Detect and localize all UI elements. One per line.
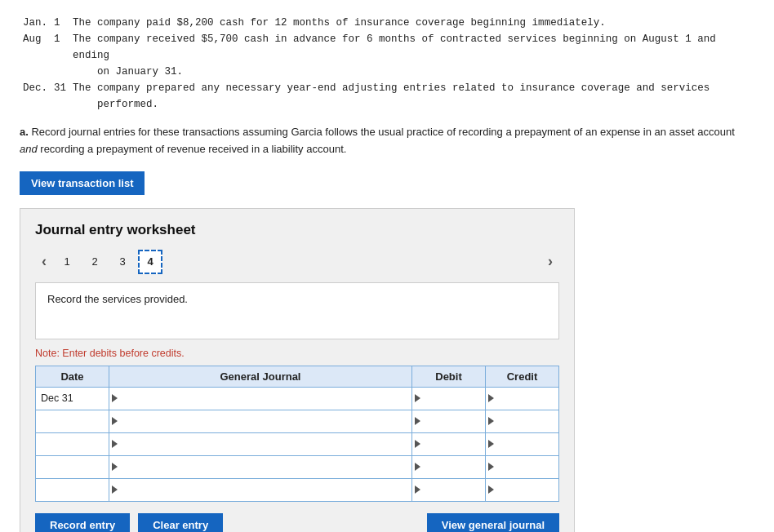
debit-input-2[interactable] xyxy=(412,410,485,432)
gj-input-3[interactable] xyxy=(109,433,411,455)
date-cell-2 xyxy=(36,410,109,432)
gj-input-2[interactable] xyxy=(109,410,411,432)
credit-cell-5[interactable] xyxy=(486,478,559,501)
gj-cell-3[interactable] xyxy=(109,432,412,455)
tab-1-button[interactable]: 1 xyxy=(55,250,79,274)
transaction-day-3: 31 xyxy=(51,80,69,113)
tab-2-button[interactable]: 2 xyxy=(82,250,107,274)
col-header-date: Date xyxy=(36,366,109,387)
gj-cell-1[interactable] xyxy=(109,387,412,410)
debit-cell-2[interactable] xyxy=(412,410,486,432)
table-row xyxy=(36,410,559,432)
gj-cell-5[interactable] xyxy=(109,478,412,501)
clear-entry-button[interactable]: Clear entry xyxy=(138,513,223,532)
worksheet-title: Journal entry worksheet xyxy=(35,222,559,238)
debit-input-5[interactable] xyxy=(412,479,485,501)
debit-input-1[interactable] xyxy=(412,388,485,410)
tab-next-button[interactable]: › xyxy=(541,251,559,272)
table-row xyxy=(36,455,559,478)
credit-cell-1[interactable] xyxy=(486,387,559,410)
date-cell-5 xyxy=(36,478,109,501)
transaction-month-3: Dec. xyxy=(20,80,51,113)
debit-input-4[interactable] xyxy=(412,456,485,478)
gj-input-1[interactable] xyxy=(109,388,411,410)
worksheet-description: Record the services provided. xyxy=(35,282,559,339)
debit-cell-4[interactable] xyxy=(412,455,486,478)
credit-input-1[interactable] xyxy=(486,388,558,410)
col-header-debit: Debit xyxy=(412,366,486,387)
table-row xyxy=(36,478,559,501)
question-text: a. Record journal entries for these tran… xyxy=(20,124,754,158)
debit-cell-1[interactable] xyxy=(412,387,486,410)
tab-3-button[interactable]: 3 xyxy=(110,250,135,274)
record-entry-button[interactable]: Record entry xyxy=(35,513,130,532)
view-general-journal-button[interactable]: View general journal xyxy=(427,513,559,532)
transaction-month-2: Aug xyxy=(20,31,51,80)
credit-cell-4[interactable] xyxy=(486,455,559,478)
credit-cell-2[interactable] xyxy=(486,410,559,432)
gj-cell-2[interactable] xyxy=(109,410,412,432)
transactions-list: Jan. 1 The company paid $8,200 cash for … xyxy=(20,15,754,113)
gj-input-4[interactable] xyxy=(109,456,411,478)
action-buttons: Record entry Clear entry View general jo… xyxy=(35,513,559,532)
debit-cell-3[interactable] xyxy=(412,432,486,455)
tabs-navigation: ‹ 1 2 3 4 › xyxy=(35,250,559,274)
credit-input-2[interactable] xyxy=(486,410,558,432)
credit-input-4[interactable] xyxy=(486,456,558,478)
tab-prev-button[interactable]: ‹ xyxy=(35,251,53,272)
transaction-text-3: The company prepared any necessary year-… xyxy=(69,80,754,113)
worksheet-note: Note: Enter debits before credits. xyxy=(35,348,559,359)
debit-cell-5[interactable] xyxy=(412,478,486,501)
debit-input-3[interactable] xyxy=(412,433,485,455)
gj-cell-4[interactable] xyxy=(109,455,412,478)
col-header-credit: Credit xyxy=(486,366,559,387)
credit-cell-3[interactable] xyxy=(486,432,559,455)
gj-input-5[interactable] xyxy=(109,479,411,501)
transaction-text-1: The company paid $8,200 cash for 12 mont… xyxy=(69,15,754,31)
date-cell-3 xyxy=(36,432,109,455)
journal-table: Date General Journal Debit Credit Dec 31 xyxy=(35,366,559,502)
credit-input-3[interactable] xyxy=(486,433,558,455)
worksheet-container: Journal entry worksheet ‹ 1 2 3 4 › Reco… xyxy=(20,208,575,532)
date-cell-1: Dec 31 xyxy=(36,387,109,410)
col-header-gj: General Journal xyxy=(109,366,412,387)
tab-4-button[interactable]: 4 xyxy=(138,250,162,274)
transaction-day-1: 1 xyxy=(51,15,69,31)
credit-input-5[interactable] xyxy=(486,479,558,501)
transaction-day-2: 1 xyxy=(51,31,69,80)
view-transaction-list-button[interactable]: View transaction list xyxy=(20,171,145,195)
table-row xyxy=(36,432,559,455)
transaction-text-2: The company received $5,700 cash in adva… xyxy=(69,31,754,80)
transaction-month-1: Jan. xyxy=(20,15,51,31)
date-cell-4 xyxy=(36,455,109,478)
question-label: a. xyxy=(20,126,29,138)
table-row: Dec 31 xyxy=(36,387,559,410)
